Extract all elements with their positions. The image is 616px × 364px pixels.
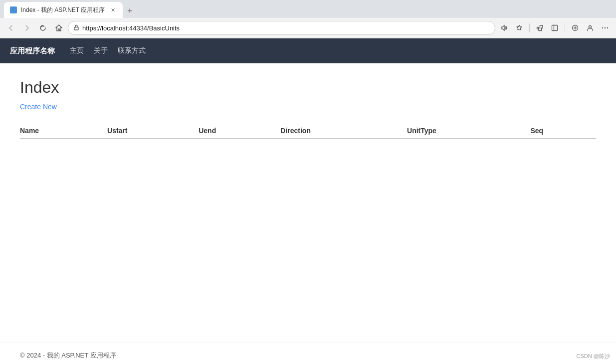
browser-menu-button[interactable] (598, 21, 612, 35)
lock-icon (73, 24, 79, 32)
col-header-ustart: Ustart (107, 123, 199, 139)
browser-chrome: Index - 我的 ASP.NET 应用程序 ✕ + https://loca… (0, 0, 616, 38)
toolbar-right-buttons (497, 21, 612, 35)
site-footer: © 2024 - 我的 ASP.NET 应用程序 (0, 343, 616, 364)
address-bar[interactable]: https://localhost:44334/BasicUnits (68, 21, 495, 35)
watermark-text: CSDN @陈沙 (577, 353, 610, 359)
browser-view-button[interactable] (548, 21, 562, 35)
new-tab-button[interactable]: + (123, 4, 137, 18)
read-aloud-button[interactable] (497, 21, 511, 35)
svg-point-7 (607, 27, 608, 28)
main-content: Index Create New Name Ustart Uend Direct… (0, 63, 616, 343)
nav-brand: 应用程序名称 (10, 46, 55, 56)
svg-point-5 (602, 27, 603, 28)
data-table: Name Ustart Uend Direction UnitType Seq (20, 123, 596, 139)
back-button[interactable] (4, 21, 18, 35)
forward-button[interactable] (20, 21, 34, 35)
col-header-unittype: UnitType (407, 123, 530, 139)
col-header-uend: Uend (199, 123, 280, 139)
nav-link-contact[interactable]: 联系方式 (118, 46, 146, 55)
browser-toolbar: https://localhost:44334/BasicUnits (0, 18, 616, 38)
svg-point-4 (589, 26, 592, 28)
site-nav: 应用程序名称 主页 关于 联系方式 (0, 38, 616, 63)
tab-bar: Index - 我的 ASP.NET 应用程序 ✕ + (0, 0, 616, 18)
svg-rect-0 (74, 27, 78, 30)
watermark: CSDN @陈沙 (577, 353, 610, 360)
toolbar-separator-2 (565, 23, 565, 32)
favorites-button[interactable] (512, 21, 526, 35)
browser-add-button[interactable] (568, 21, 582, 35)
col-header-name: Name (20, 123, 107, 139)
col-header-direction: Direction (280, 123, 407, 139)
svg-rect-2 (552, 25, 558, 31)
active-tab[interactable]: Index - 我的 ASP.NET 应用程序 ✕ (4, 2, 123, 18)
toolbar-separator-1 (529, 23, 530, 32)
table-header: Name Ustart Uend Direction UnitType Seq (20, 123, 596, 139)
svg-point-6 (605, 27, 606, 28)
refresh-button[interactable] (36, 21, 50, 35)
extensions-button[interactable] (533, 21, 547, 35)
col-header-seq: Seq (530, 123, 596, 139)
browser-account-button[interactable] (583, 21, 597, 35)
table-header-row: Name Ustart Uend Direction UnitType Seq (20, 123, 596, 139)
footer-text: © 2024 - 我的 ASP.NET 应用程序 (20, 352, 116, 359)
nav-link-about[interactable]: 关于 (94, 46, 108, 55)
tab-close-button[interactable]: ✕ (109, 6, 117, 14)
page-title: Index (20, 78, 596, 97)
home-button[interactable] (52, 21, 66, 35)
nav-link-home[interactable]: 主页 (70, 46, 84, 55)
create-new-link[interactable]: Create New (20, 103, 57, 111)
tab-title: Index - 我的 ASP.NET 应用程序 (21, 6, 105, 14)
tab-favicon-icon (10, 6, 17, 13)
address-url: https://localhost:44334/BasicUnits (82, 24, 490, 32)
